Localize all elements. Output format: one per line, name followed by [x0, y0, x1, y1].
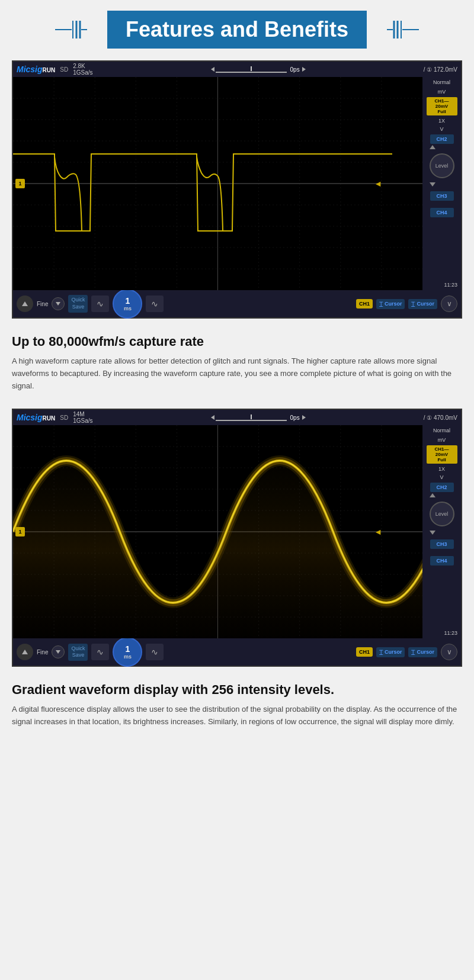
scope1-time-main-button[interactable]: 1 ms: [113, 289, 142, 319]
scope1-cursor2-button[interactable]: ⌶ Cursor: [408, 299, 437, 309]
scope1-trigger: / ① 172.0mV: [424, 66, 457, 73]
scope1-right-panel: Normal mV CH1— 20mV Full 1X V CH2 Level: [422, 77, 461, 290]
right-decoration: [373, 15, 420, 44]
scope1-run: RUN: [43, 67, 56, 73]
scope2-wave-sine-button[interactable]: ∿: [91, 644, 109, 660]
page-header: Features and Benefits: [0, 0, 474, 54]
scope1-ch4-btn[interactable]: CH4: [430, 208, 454, 217]
scope2-run: RUN: [43, 415, 56, 422]
scope2-grid: 1 ◄: [13, 425, 422, 638]
scope2-trigger: / ① 470.0mV: [424, 415, 457, 421]
scope2-up-button[interactable]: [17, 644, 33, 660]
section2-title: Gradient waveform display with 256 inten…: [12, 682, 462, 698]
scope1-mv-label: mV: [438, 89, 446, 95]
scope1-quick-save-button[interactable]: Quick Save: [68, 295, 88, 312]
scope2-menu-button[interactable]: ∨: [441, 644, 457, 660]
scope1-normal-label: Normal: [433, 79, 450, 85]
scope1-sd: SD: [60, 66, 68, 73]
scope1-wave-sq-button[interactable]: ∿: [146, 295, 164, 312]
scope1-level-knob[interactable]: Level: [430, 153, 454, 178]
scope2-ch1-select[interactable]: CH1: [356, 647, 373, 657]
scope1-wave-sine-button[interactable]: ∿: [91, 295, 109, 312]
scope2-time-offset: 0ps: [290, 415, 300, 421]
scope2-ch3-btn[interactable]: CH3: [430, 539, 454, 549]
scope1-menu-button[interactable]: ∨: [441, 295, 457, 312]
text-section-1: Up to 80,000wfm/s capture rate A high wa…: [0, 324, 474, 397]
scope1-bottombar: Fine Quick Save ∿ 1 ms ∿ CH1 ⌶ Cursor ⌶: [13, 290, 461, 317]
scope2-normal-label: Normal: [433, 428, 450, 433]
scope1-display: 1 ◄ Normal mV CH1— 20mV Full 1X V CH2: [13, 77, 461, 290]
scope2-ch1-btn[interactable]: CH1— 20mV Full: [427, 445, 457, 464]
scope2-mv-label: mV: [438, 437, 446, 443]
scope2-time-main-button[interactable]: 1 ms: [113, 637, 142, 667]
left-decoration: [54, 15, 101, 44]
scope2-cursor1-button[interactable]: ⌶ Cursor: [376, 647, 405, 657]
scope2-rate: 14M 1GSa/s: [73, 411, 92, 424]
scope1-ch1-indicator: 1: [15, 179, 25, 188]
scope2-ch2-btn[interactable]: CH2: [430, 483, 454, 492]
section1-title: Up to 80,000wfm/s capture rate: [12, 334, 462, 349]
scope1-rate: 2.8K 1GSa/s: [73, 63, 92, 76]
scope2-level-area: Level: [430, 499, 454, 529]
scope2-trig-arrow: ◄: [374, 527, 382, 536]
scope1-cursor1-button[interactable]: ⌶ Cursor: [376, 299, 405, 309]
scope1-time-display: 11:23: [424, 282, 459, 288]
scope2-grid-svg: [13, 425, 422, 638]
scope2-level-knob[interactable]: Level: [430, 502, 454, 526]
oscilloscope-1: MicsigRUN SD 2.8K 1GSa/s 0ps / ① 172.0mV: [0, 60, 474, 324]
scope2-fine-label: Fine: [37, 649, 48, 656]
scope2-quick-save-button[interactable]: Quick Save: [68, 644, 88, 661]
scope1-topbar: MicsigRUN SD 2.8K 1GSa/s 0ps / ① 172.0mV: [13, 62, 461, 77]
scope2-topbar: MicsigRUN SD 14M 1GSa/s 0ps / ① 470.0mV: [13, 410, 461, 425]
scope2-cursor2-button[interactable]: ⌶ Cursor: [408, 647, 437, 657]
scope1-down-button[interactable]: [52, 297, 65, 310]
scope2-1x-label: 1X: [438, 466, 445, 472]
oscilloscope-2: MicsigRUN SD 14M 1GSa/s 0ps / ① 470.0mV: [0, 397, 474, 673]
scope2-wave-sq-button[interactable]: ∿: [146, 644, 164, 660]
text-section-2: Gradient waveform display with 256 inten…: [0, 673, 474, 743]
scope1-v-label: V: [440, 126, 443, 132]
scope2-time-display: 11:23: [424, 630, 459, 636]
scope2-sd: SD: [60, 415, 68, 421]
scope1-grid-svg: [13, 77, 422, 290]
scope1-1x-label: 1X: [438, 118, 445, 124]
scope2-brand: MicsigRUN: [17, 413, 55, 422]
scope2-display: 1 ◄ Normal mV CH1— 20mV Full 1X V CH2 L: [13, 425, 461, 638]
scope1-trig-arrow: ◄: [374, 179, 382, 188]
scope1-time-offset: 0ps: [290, 66, 300, 73]
scope2-right-panel: Normal mV CH1— 20mV Full 1X V CH2 Level: [422, 425, 461, 638]
scope2-bottombar: Fine Quick Save ∿ 1 ms ∿ CH1 ⌶ Cursor ⌶ …: [13, 638, 461, 666]
scope2-v-label: V: [440, 474, 443, 480]
scope1-timebar: 0ps: [98, 66, 419, 73]
scope2-ch1-indicator: 1: [15, 527, 25, 536]
section2-description: A digital fluorescence display allows th…: [12, 703, 462, 728]
scope1-ch3-btn[interactable]: CH3: [430, 191, 454, 201]
scope1-up-button[interactable]: [17, 295, 33, 312]
scope1-grid: 1 ◄: [13, 77, 422, 290]
scope2-down-button[interactable]: [52, 645, 65, 658]
scope1-brand: MicsigRUN: [17, 65, 55, 74]
section1-description: A high waveform capture rate allows for …: [12, 355, 462, 392]
scope1-ch1-btn[interactable]: CH1— 20mV Full: [427, 97, 457, 115]
page-title: Features and Benefits: [107, 11, 367, 49]
scope1-ch2-btn[interactable]: CH2: [430, 134, 454, 144]
scope1-ch1-select[interactable]: CH1: [356, 299, 373, 309]
scope1-level-area: Level: [430, 151, 454, 181]
scope2-timebar: 0ps: [98, 415, 419, 421]
scope2-ch4-btn[interactable]: CH4: [430, 556, 454, 565]
scope1-fine-label: Fine: [37, 301, 48, 307]
